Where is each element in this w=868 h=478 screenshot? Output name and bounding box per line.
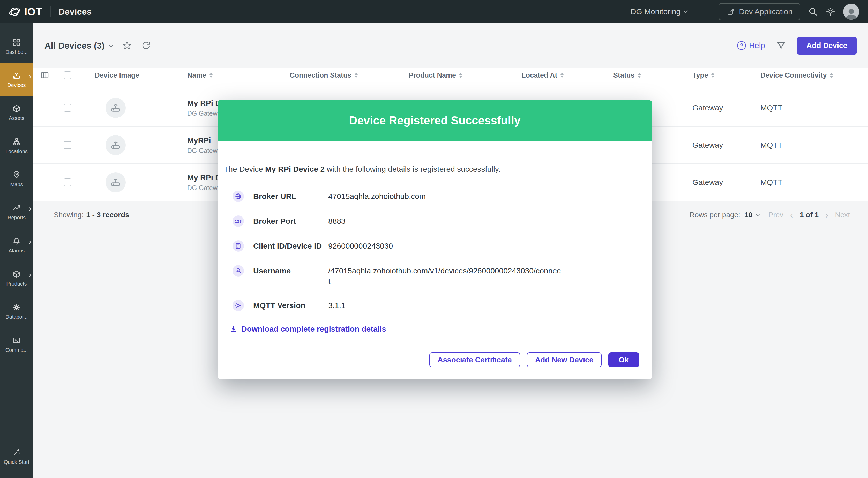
chevron-right-icon	[28, 274, 31, 277]
sort-icon[interactable]	[459, 73, 462, 78]
detail-label: Username	[253, 265, 328, 276]
user-avatar[interactable]	[843, 4, 859, 20]
brand[interactable]: IOT	[9, 6, 42, 18]
detail-label: Broker Port	[253, 215, 328, 227]
detail-label: Client ID/Device ID	[253, 240, 328, 252]
page-indicator: 1 of 1	[800, 211, 818, 219]
devices-toolbar: All Devices (3) ? Help	[33, 23, 868, 68]
dev-application-button[interactable]: Dev Application	[719, 3, 800, 20]
sidebar-item-label: Alarms	[8, 248, 25, 254]
chevron-right-icon	[28, 241, 31, 244]
download-link-label: Download complete registration details	[241, 325, 386, 333]
column-chooser-icon[interactable]	[33, 71, 56, 80]
sidebar-item-label: Datapoi...	[5, 314, 28, 320]
sidebar-item-maps[interactable]: Maps	[0, 162, 33, 196]
settings-gear-icon[interactable]	[826, 7, 835, 17]
device-connectivity-cell: MQTT	[761, 103, 868, 112]
column-header-connection-status[interactable]: Connection Status	[290, 71, 409, 80]
user-icon	[232, 265, 244, 276]
device-image	[105, 135, 126, 155]
org-name: DG Monitoring	[630, 7, 681, 16]
toolbar-right: ? Help Add Device	[737, 37, 857, 55]
assets-icon	[12, 104, 21, 113]
sidebar-item-commands[interactable]: Comma...	[0, 328, 33, 361]
sort-icon[interactable]	[711, 73, 714, 78]
sidebar-item-assets[interactable]: Assets	[0, 96, 33, 129]
sidebar-item-products[interactable]: Products	[0, 262, 33, 295]
sidebar-item-quick-start[interactable]: Quick Start	[0, 442, 33, 471]
search-icon[interactable]	[808, 7, 818, 17]
registration-details: Broker URL 47015aqhla.zohoiothub.com 123…	[224, 191, 642, 311]
table-header-row: Device Image Name Connection Status Prod…	[33, 68, 868, 89]
device-image	[105, 98, 126, 118]
device-image	[105, 172, 126, 192]
showing-value: 1 - 3 records	[86, 211, 129, 219]
magic-wand-icon	[12, 448, 21, 456]
commands-icon	[12, 336, 21, 345]
detail-value: 8883	[328, 215, 345, 226]
dashboard-icon	[12, 38, 21, 47]
help-button[interactable]: ? Help	[737, 41, 765, 50]
column-header-device-connectivity[interactable]: Device Connectivity	[761, 71, 868, 80]
globe-icon	[232, 191, 244, 202]
favorite-star-icon[interactable]	[122, 41, 132, 50]
sidebar-item-devices[interactable]: Devices	[0, 63, 33, 96]
detail-value: 3.1.1	[328, 300, 345, 311]
rows-per-page-label: Rows per page:	[689, 211, 740, 219]
external-window-icon	[726, 7, 735, 16]
device-type-cell: Gateway	[692, 103, 761, 112]
prev-button[interactable]: Prev	[768, 211, 783, 219]
row-checkbox[interactable]	[64, 178, 71, 186]
dialog-header: Device Registered Successfully	[218, 100, 652, 141]
next-button[interactable]: Next	[835, 211, 850, 219]
ok-button[interactable]: Ok	[608, 352, 639, 367]
gateway-device-icon	[110, 140, 121, 151]
device-id-icon	[232, 240, 244, 252]
org-selector[interactable]: DG Monitoring	[630, 7, 687, 16]
rows-per-page-select[interactable]: Rows per page: 10	[689, 211, 759, 219]
page-title: Devices	[58, 7, 92, 17]
column-header-status[interactable]: Status	[613, 71, 692, 80]
download-registration-link[interactable]: Download complete registration details	[230, 325, 642, 333]
add-new-device-button[interactable]: Add New Device	[527, 352, 602, 367]
sidebar-item-locations[interactable]: Locations	[0, 129, 33, 162]
sidebar-item-label: Products	[6, 281, 27, 287]
chevron-right-icon[interactable]: ›	[825, 211, 828, 219]
sidebar-item-label: Reports	[7, 215, 26, 221]
filter-funnel-icon[interactable]	[776, 41, 786, 50]
topbar-divider	[50, 6, 51, 17]
select-all-checkbox[interactable]	[64, 71, 71, 79]
topbar-divider	[703, 6, 703, 17]
sidebar-item-datapoints[interactable]: Datapoi...	[0, 295, 33, 328]
associate-certificate-button[interactable]: Associate Certificate	[429, 352, 520, 367]
column-header-product-name[interactable]: Product Name	[409, 71, 521, 80]
sidebar-item-label: Assets	[9, 115, 24, 121]
device-registered-dialog: Device Registered Successfully The Devic…	[218, 100, 652, 379]
sort-icon[interactable]	[210, 73, 213, 78]
sort-icon[interactable]	[638, 73, 641, 78]
chevron-left-icon[interactable]: ‹	[790, 211, 793, 219]
sidebar-item-alarms[interactable]: Alarms	[0, 229, 33, 262]
help-label: Help	[749, 41, 765, 50]
column-header-located-at[interactable]: Located At	[521, 71, 613, 80]
sidebar-item-reports[interactable]: Reports	[0, 196, 33, 229]
row-checkbox[interactable]	[64, 141, 71, 149]
column-header-type[interactable]: Type	[692, 71, 761, 80]
sort-icon[interactable]	[560, 73, 564, 78]
column-header-name[interactable]: Name	[187, 71, 290, 80]
products-icon	[12, 270, 21, 278]
device-connectivity-cell: MQTT	[761, 178, 868, 187]
sort-icon[interactable]	[354, 73, 358, 78]
sidebar-item-dashboard[interactable]: Dashbo...	[0, 30, 33, 63]
topbar: IOT Devices DG Monitoring Dev Applicatio…	[0, 0, 868, 23]
locations-icon	[12, 138, 21, 146]
row-checkbox[interactable]	[64, 104, 71, 112]
sort-icon[interactable]	[830, 73, 833, 78]
view-selector[interactable]: All Devices (3)	[44, 40, 113, 51]
download-icon	[230, 325, 237, 333]
refresh-icon[interactable]	[142, 41, 151, 50]
pager: Prev ‹ 1 of 1 › Next	[768, 211, 850, 219]
topbar-right: DG Monitoring Dev Application	[630, 3, 859, 20]
add-device-button[interactable]: Add Device	[797, 37, 857, 55]
iot-logo-icon	[9, 6, 21, 18]
